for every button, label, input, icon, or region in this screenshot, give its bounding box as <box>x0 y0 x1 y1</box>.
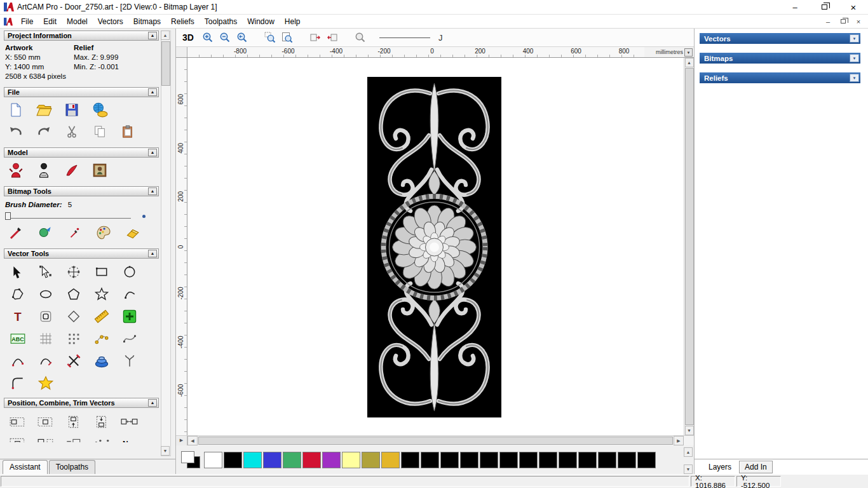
paste-icon[interactable] <box>118 123 137 140</box>
colour-swatch[interactable] <box>460 452 478 468</box>
brush-diameter-slider[interactable] <box>5 212 131 220</box>
import-model-icon[interactable] <box>90 101 109 119</box>
collapse-file-button[interactable]: ▲ <box>148 88 157 96</box>
door-relief-bitmap[interactable] <box>367 77 501 417</box>
arc-through-points-tool[interactable] <box>5 350 31 371</box>
pane-splitter-button[interactable]: ▶ <box>176 436 187 445</box>
mdi-restore-button[interactable] <box>839 17 848 26</box>
palette-scroll-down-button[interactable]: ▼ <box>684 464 693 474</box>
collapse-project-info-button[interactable]: ▲ <box>148 32 157 39</box>
zoom-previous-icon[interactable] <box>235 30 249 44</box>
position-combine-trim-header[interactable]: Position, Combine, Trim Vectors ▲ <box>4 398 159 408</box>
palette-scroll-up-button[interactable]: ▲ <box>684 447 693 457</box>
offset-vectors-tool[interactable] <box>33 306 58 327</box>
snap-grid-tool[interactable] <box>33 328 58 349</box>
canvas-scroll-up-button[interactable]: ▲ <box>685 58 694 67</box>
align-bottom-tool[interactable] <box>89 411 114 432</box>
model-section-header[interactable]: Model ▲ <box>4 147 159 158</box>
colour-swatch[interactable] <box>578 452 597 468</box>
colour-swatch[interactable] <box>381 452 400 468</box>
block-copy-tool[interactable] <box>61 328 86 349</box>
colour-swatch[interactable] <box>322 452 341 468</box>
project-information-header[interactable]: Project Information ▲ <box>4 30 159 41</box>
menu-vectors[interactable]: Vectors <box>93 15 128 28</box>
menu-reliefs[interactable]: Reliefs <box>166 15 200 28</box>
pan-view-icon[interactable] <box>353 30 367 44</box>
zoom-window-icon[interactable] <box>263 30 277 44</box>
canvas-scroll-left-button[interactable]: ◀ <box>187 436 198 445</box>
colour-swatch[interactable] <box>243 452 262 468</box>
trim-vectors-tool[interactable] <box>61 350 86 371</box>
unlink-bitmap-icon[interactable] <box>325 30 339 44</box>
mdi-close-button[interactable]: × <box>854 17 863 26</box>
colour-swatch[interactable] <box>440 452 459 468</box>
freehand-polyline-tool[interactable] <box>5 283 31 304</box>
convert-text-icon[interactable]: ABC <box>5 328 31 349</box>
colour-swatch[interactable] <box>499 452 518 468</box>
menu-edit[interactable]: Edit <box>38 15 62 28</box>
paste-along-curve-tool[interactable] <box>89 328 114 349</box>
new-model-icon[interactable] <box>6 101 25 119</box>
colour-swatch[interactable] <box>519 452 538 468</box>
sculpt-tool-icon[interactable] <box>62 161 81 179</box>
brush-slider-handle[interactable] <box>5 212 11 220</box>
group-vectors-tool[interactable] <box>61 433 86 442</box>
colour-swatch[interactable] <box>618 452 636 468</box>
collapse-model-button[interactable]: ▲ <box>148 149 157 156</box>
collapse-vector-tools-button[interactable]: ▲ <box>148 250 157 257</box>
colour-wash-icon[interactable] <box>36 224 55 241</box>
save-model-icon[interactable] <box>62 101 81 119</box>
tab-add-in[interactable]: Add In <box>739 461 773 473</box>
join-vectors-tool[interactable] <box>33 350 58 371</box>
draw-icon[interactable] <box>65 224 84 241</box>
canvas-vertical-thumb[interactable] <box>685 68 694 425</box>
collapse-bitmap-tools-button[interactable]: ▲ <box>148 187 157 195</box>
colour-swatch[interactable] <box>637 452 656 468</box>
assistant-scroll-down-button[interactable]: ▼ <box>161 446 170 456</box>
tab-layers[interactable]: Layers <box>703 461 736 473</box>
colour-swatch[interactable] <box>559 452 577 468</box>
bitmaps-section-header[interactable]: Bitmaps ▼ <box>700 53 860 64</box>
text-tool[interactable]: T <box>5 306 31 327</box>
assistant-scroll-thumb[interactable] <box>161 41 170 86</box>
colour-swatch[interactable] <box>362 452 380 468</box>
select-vectors-tool[interactable] <box>5 261 31 282</box>
bitmaps-dropdown-icon[interactable]: ▼ <box>850 54 859 62</box>
canvas-horizontal-scrollbar[interactable]: ▶ ◀ ▶ <box>176 435 694 445</box>
centre-in-page-tool[interactable] <box>5 433 31 442</box>
colour-swatch[interactable] <box>204 452 222 468</box>
assistant-scroll-up-button[interactable]: ▲ <box>161 30 170 40</box>
zoom-out-icon[interactable] <box>218 30 232 44</box>
menu-file[interactable]: File <box>16 15 38 28</box>
colour-swatch[interactable] <box>224 452 242 468</box>
spread-vectors-tool[interactable] <box>117 411 142 432</box>
adjust-model-icon[interactable] <box>34 161 53 179</box>
colour-swatch[interactable] <box>421 452 439 468</box>
primary-secondary-colour-swatch[interactable] <box>181 451 200 468</box>
canvas-scroll-down-button[interactable]: ▼ <box>685 426 694 435</box>
colour-swatch[interactable] <box>480 452 498 468</box>
colour-swatch[interactable] <box>598 452 616 468</box>
tab-assistant[interactable]: Assistant <box>3 460 48 474</box>
align-centre-tool[interactable] <box>33 411 58 432</box>
colour-swatch[interactable] <box>302 452 321 468</box>
transform-vectors-tool[interactable] <box>61 261 86 282</box>
eraser-icon[interactable] <box>123 224 142 241</box>
diamond-tool[interactable] <box>61 306 86 327</box>
extrude-tool[interactable] <box>89 350 114 371</box>
cut-icon[interactable] <box>62 123 81 140</box>
minimize-button[interactable]: – <box>780 0 810 14</box>
polygon-tool[interactable] <box>61 283 86 304</box>
open-model-icon[interactable] <box>34 101 53 119</box>
set-model-size-icon[interactable] <box>6 161 25 179</box>
bitmap-tools-header[interactable]: Bitmap Tools ▲ <box>4 186 159 196</box>
palette-icon[interactable] <box>94 224 113 241</box>
circle-tool[interactable] <box>117 261 142 282</box>
scatter-copies-tool[interactable] <box>89 433 114 442</box>
align-top-tool[interactable] <box>61 411 86 432</box>
star-tool[interactable] <box>89 283 114 304</box>
reliefs-section-header[interactable]: Reliefs ▼ <box>700 72 860 83</box>
canvas-vertical-scrollbar[interactable]: ▲ ▼ <box>684 58 694 435</box>
assistant-scrollbar[interactable]: ▲ ▼ <box>161 30 171 456</box>
copy-icon[interactable] <box>90 123 109 140</box>
